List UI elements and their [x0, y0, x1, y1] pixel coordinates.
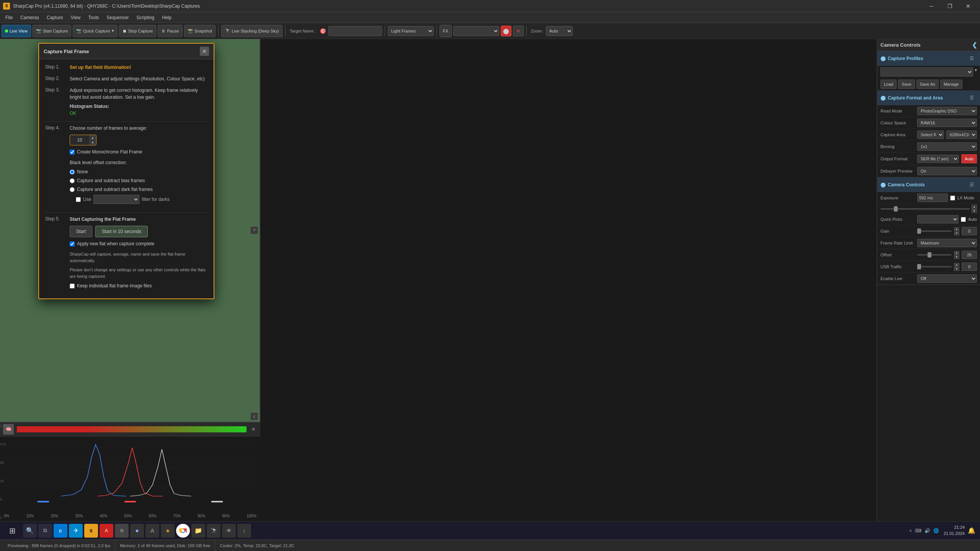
frame-rate-select[interactable]: Maximum [917, 239, 977, 247]
debayer-preview-select[interactable]: On [917, 167, 977, 175]
menu-help[interactable]: Help [158, 13, 175, 22]
telegram-icon[interactable]: ✈ [69, 524, 83, 538]
cross-icon[interactable]: ✕ [513, 26, 524, 36]
load-profile-button[interactable]: Load [880, 80, 897, 89]
close-button[interactable]: ✕ [959, 0, 977, 12]
fx-button[interactable]: FX [439, 25, 452, 37]
app-icon-1[interactable]: A [100, 524, 113, 538]
offset-up-arrow[interactable]: ▲ [954, 251, 959, 255]
tray-keyboard[interactable]: ⌨ [915, 528, 921, 533]
folder-icon[interactable]: 📁 [191, 524, 205, 538]
app-icon-2[interactable]: ⚙ [115, 524, 129, 538]
stop-capture-button[interactable]: ⏹ Stop Capture [119, 25, 157, 37]
menu-view[interactable]: View [67, 13, 85, 22]
offset-down-arrow[interactable]: ▼ [954, 255, 959, 259]
controls-menu-icon[interactable]: ☰ [967, 180, 977, 190]
tray-speaker[interactable]: 🔊 [924, 528, 930, 533]
app-icon-8[interactable]: ↕ [237, 524, 251, 538]
zoom-select[interactable]: Auto [546, 26, 573, 36]
exposure-down-arrow[interactable]: ▼ [972, 209, 977, 213]
minimize-button[interactable]: ─ [923, 0, 940, 12]
task-view-button[interactable]: ⧉ [38, 524, 52, 538]
lx-mode-checkbox[interactable] [950, 196, 955, 201]
usb-slider-track[interactable] [917, 266, 952, 267]
help-button[interactable]: ? [250, 227, 258, 234]
snapshot-button[interactable]: 📸 Snapshot [184, 25, 216, 37]
start-menu-button[interactable]: ⊞ [3, 524, 21, 538]
profile-select[interactable] [880, 67, 973, 77]
keep-files-checkbox[interactable] [70, 284, 75, 289]
menu-cameras[interactable]: Cameras [16, 13, 43, 22]
live-stacking-button[interactable]: 🔭 Live Stacking (Deep Sky) [221, 25, 283, 37]
frame-type-select[interactable]: Light Frames [388, 26, 434, 36]
usb-down-arrow[interactable]: ▼ [954, 267, 959, 271]
start-in-10-button[interactable]: Start in 10 seconds [95, 226, 148, 237]
app-icon-7[interactable]: 👁 [222, 524, 236, 538]
tray-expand[interactable]: ∧ [909, 528, 912, 533]
create-monochrome-checkbox[interactable] [70, 150, 75, 155]
tray-network[interactable]: 🌐 [933, 528, 939, 533]
menu-scripting[interactable]: Scripting [133, 13, 158, 22]
histogram-close[interactable]: ✕ [250, 425, 257, 433]
menu-tools[interactable]: Tools [85, 13, 103, 22]
offset-slider-thumb[interactable] [928, 252, 931, 258]
collapse-button[interactable]: c [250, 412, 258, 420]
maximize-button[interactable]: ❐ [941, 0, 959, 12]
target-name-input[interactable] [328, 26, 382, 36]
exposure-input[interactable] [917, 194, 948, 202]
use-filter-checkbox[interactable] [76, 197, 81, 202]
apply-flat-checkbox[interactable] [70, 241, 75, 246]
quick-capture-button[interactable]: 📷 Quick Capture ▾ [73, 25, 117, 37]
gain-value[interactable] [962, 227, 977, 235]
app-icon-4[interactable]: A [145, 524, 159, 538]
offset-value[interactable] [962, 251, 977, 259]
exposure-slider-track[interactable] [880, 208, 970, 210]
frames-up-button[interactable]: ▲ [89, 135, 96, 140]
manage-profile-button[interactable]: Manage [940, 80, 962, 89]
start-capture-button[interactable]: 📷 Start Capture [33, 25, 71, 37]
radio-none[interactable] [70, 170, 75, 174]
quick-picks-select[interactable] [917, 215, 959, 223]
output-format-select[interactable]: SER file (*.ser) [917, 155, 959, 163]
usb-slider-thumb[interactable] [917, 264, 921, 269]
taskbar-time[interactable]: 21:24 21.01.2024 [944, 525, 965, 536]
menu-sequencer[interactable]: Sequencer [103, 13, 133, 22]
exposure-up-arrow[interactable]: ▲ [972, 205, 977, 209]
edge-browser-icon[interactable]: e [54, 524, 67, 538]
auto-checkbox[interactable] [961, 217, 966, 222]
gain-slider-track[interactable] [917, 230, 952, 232]
menu-file[interactable]: File [2, 13, 16, 22]
dialog-close-button[interactable]: ✕ [200, 47, 209, 56]
frames-down-button[interactable]: ▼ [89, 140, 96, 145]
colour-space-select[interactable]: RAW16 [917, 119, 977, 127]
capture-area-size-select[interactable]: 6280x4210 [946, 130, 977, 139]
offset-slider-track[interactable] [917, 254, 952, 256]
gain-up-arrow[interactable]: ▲ [954, 227, 959, 231]
notification-button[interactable]: 🔔 [966, 525, 977, 536]
panel-expand-icon[interactable]: ❮ [972, 41, 977, 49]
capture-area-select[interactable]: Select ROI [917, 130, 944, 139]
radio-bias[interactable] [70, 178, 75, 183]
app-icon-6[interactable]: 🔭 [207, 524, 220, 538]
format-menu-icon[interactable]: ☰ [967, 93, 977, 103]
start-button[interactable]: Start [70, 226, 92, 237]
gain-slider-thumb[interactable] [917, 228, 921, 234]
save-as-profile-button[interactable]: Save As [916, 80, 939, 89]
pause-button[interactable]: ⏸ Pause [158, 25, 182, 37]
exposure-slider-thumb[interactable] [894, 206, 898, 212]
enable-live-select[interactable]: Off [917, 274, 977, 283]
chrome-icon[interactable] [176, 524, 190, 538]
live-view-button[interactable]: Live View [2, 25, 31, 37]
gain-down-arrow[interactable]: ▼ [954, 231, 959, 235]
search-taskbar-button[interactable]: 🔍 [23, 524, 37, 538]
app-icon-3[interactable]: ● [130, 524, 144, 538]
profiles-menu-icon[interactable]: ☰ [967, 54, 977, 64]
use-filter-select[interactable] [93, 195, 139, 204]
app-icon-5[interactable]: ★ [161, 524, 175, 538]
menu-capture[interactable]: Capture [43, 13, 67, 22]
fx-select[interactable] [453, 26, 499, 36]
radio-dark[interactable] [70, 187, 75, 192]
sharpcap-taskbar-icon[interactable]: S [84, 524, 98, 538]
read-mode-select[interactable]: PhotoGraphic DSO [917, 107, 977, 115]
usb-up-arrow[interactable]: ▲ [954, 263, 959, 267]
